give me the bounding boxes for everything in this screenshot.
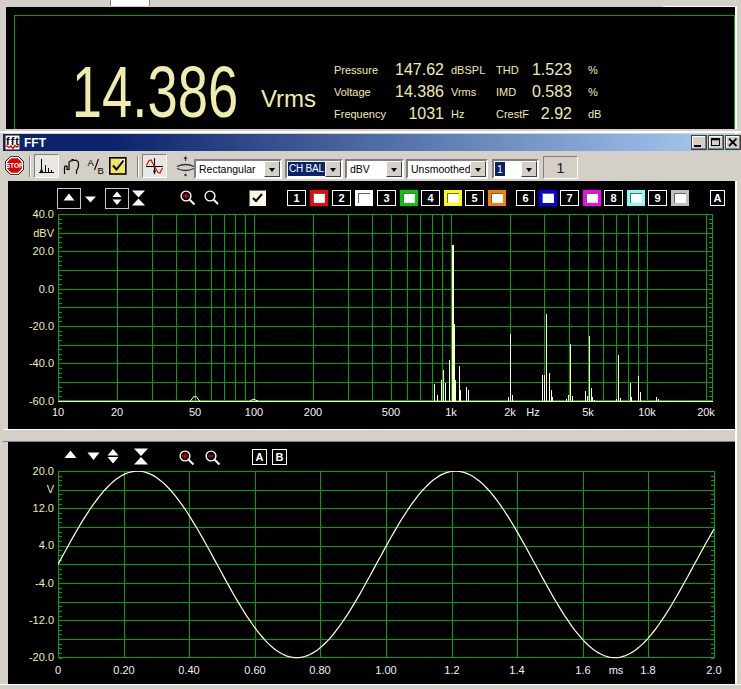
svg-text:B: B <box>98 165 104 176</box>
svg-text:STOP: STOP <box>6 162 24 169</box>
svg-text:A: A <box>88 157 95 168</box>
svg-text:fft: fft <box>6 135 19 147</box>
